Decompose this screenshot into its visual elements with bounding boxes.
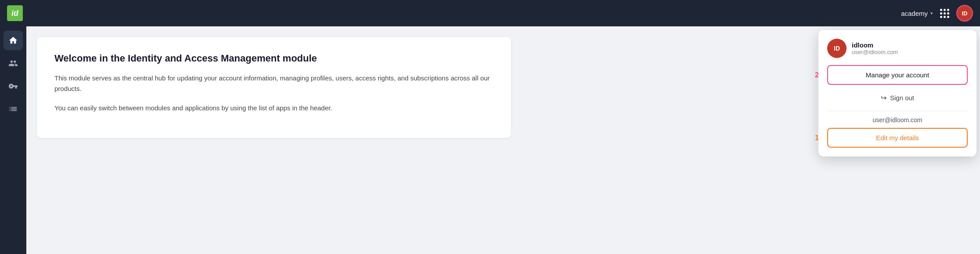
sidebar-item-tasks[interactable] bbox=[4, 99, 23, 119]
signout-row[interactable]: ↪ Sign out bbox=[827, 90, 968, 105]
home-icon bbox=[8, 36, 18, 45]
tasks-icon bbox=[8, 104, 18, 114]
header-left: id bbox=[7, 5, 23, 21]
manage-btn-wrapper: 2 Manage your account bbox=[827, 65, 968, 85]
badge-edit: 1 bbox=[815, 134, 819, 142]
signout-label: Sign out bbox=[890, 94, 914, 102]
edit-details-button[interactable]: Edit my details bbox=[827, 128, 968, 148]
dropdown-divider bbox=[827, 111, 968, 111]
welcome-title: Welcome in the Identity and Access Manag… bbox=[54, 53, 494, 64]
users-icon bbox=[8, 58, 18, 68]
dropdown-avatar: ID bbox=[827, 39, 847, 58]
dropdown-email: user@idloom.com bbox=[852, 49, 898, 55]
user-dropdown-panel: ID idloom user@idloom.com 2 Manage your … bbox=[818, 30, 976, 156]
app-header: id academy ▾ ID bbox=[0, 0, 980, 26]
edit-email: user@idloom.com bbox=[827, 116, 968, 123]
welcome-paragraph-2: You can easily switch between modules an… bbox=[54, 103, 494, 113]
sidebar-item-users[interactable] bbox=[4, 54, 23, 73]
key-icon bbox=[8, 81, 18, 91]
avatar-wrapper: ID bbox=[956, 5, 973, 22]
chevron-down-icon: ▾ bbox=[930, 11, 933, 16]
manage-account-button[interactable]: Manage your account bbox=[827, 65, 968, 85]
sidebar-item-key[interactable] bbox=[4, 76, 23, 96]
badge-manage: 2 bbox=[815, 71, 819, 79]
academy-selector[interactable]: academy ▾ bbox=[901, 10, 933, 17]
user-avatar-button[interactable]: ID bbox=[956, 5, 973, 22]
main-wrapper: Welcome in the Identity and Access Manag… bbox=[26, 26, 980, 254]
welcome-paragraph-1: This module serves as the central hub fo… bbox=[54, 73, 494, 94]
signout-icon: ↪ bbox=[881, 94, 886, 102]
apps-grid-icon[interactable] bbox=[940, 9, 949, 18]
app-body: Welcome in the Identity and Access Manag… bbox=[0, 26, 980, 254]
dropdown-user-row: ID idloom user@idloom.com bbox=[827, 39, 968, 58]
sidebar-item-home[interactable] bbox=[4, 31, 23, 50]
sidebar bbox=[0, 26, 26, 254]
welcome-card: Welcome in the Identity and Access Manag… bbox=[37, 37, 511, 138]
header-right: academy ▾ ID bbox=[901, 5, 973, 22]
logo[interactable]: id bbox=[7, 5, 23, 21]
dropdown-username: idloom bbox=[852, 41, 898, 49]
dropdown-user-info: idloom user@idloom.com bbox=[852, 41, 898, 55]
edit-btn-wrapper: 1 Edit my details bbox=[827, 128, 968, 148]
edit-section: user@idloom.com 1 Edit my details bbox=[827, 116, 968, 148]
